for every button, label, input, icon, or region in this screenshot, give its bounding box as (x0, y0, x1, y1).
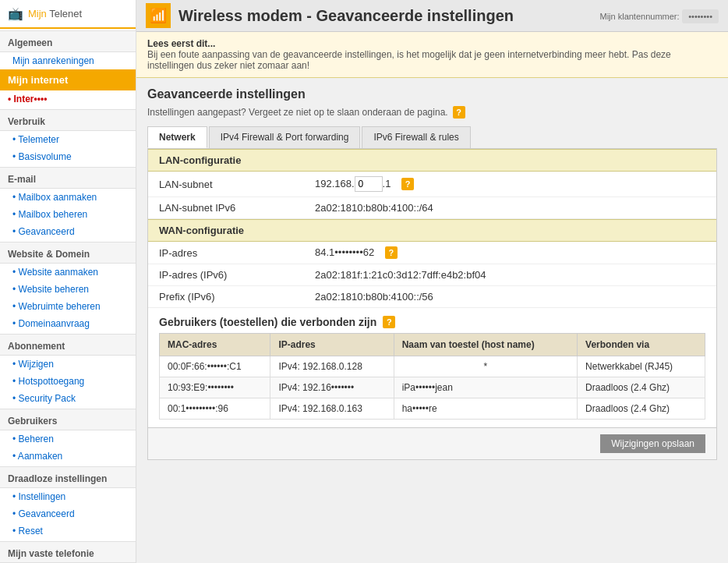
save-button[interactable]: Wijzigingen opslaan (600, 434, 705, 453)
wan-ipv6-value: 2a02:181f:1:21c0:3d12:7dff:e4b2:bf04 (304, 264, 716, 286)
lan-subnet-label: LAN-subnet (148, 172, 304, 197)
tab-netwerk[interactable]: Netwerk (147, 126, 207, 148)
save-bar: Wijzigingen opslaan (148, 427, 716, 459)
row1-mac: 00:0F:66:••••••:C1 (160, 356, 270, 377)
sidebar-item-hotspot[interactable]: • Hotspottoegang (0, 373, 136, 390)
top-bar: 📶 Wireless modem - Geavanceerde instelli… (136, 0, 728, 32)
row3-connected: Draadloos (2.4 Ghz) (578, 398, 705, 420)
sidebar-item-security-pack[interactable]: • Security Pack (0, 390, 136, 407)
logo-text: Mijn Telenet (28, 8, 82, 19)
users-help-icon[interactable]: ? (383, 316, 395, 328)
lan-subnet-ipv6-label: LAN-subnet IPv6 (148, 197, 304, 219)
sidebar-subsection-email: E-mail (0, 167, 136, 189)
wan-prefix-row: Prefix (IPv6) 2a02:1810:b80b:4100::/56 (148, 286, 716, 308)
sidebar-item-website-aanmaken[interactable]: • Website aanmaken (0, 264, 136, 281)
klant-number-value: •••••••• (682, 9, 719, 23)
wan-section-header: WAN-configuratie (148, 219, 716, 242)
sidebar-item-draadloos-instellingen[interactable]: • Instellingen (0, 488, 136, 505)
advanced-title: Geavanceerde instellingen (147, 87, 717, 101)
row3-name: ha•••••re (394, 398, 577, 420)
wan-ip-value: 84.1••••••••62 ? (304, 242, 716, 264)
sidebar-logo[interactable]: 📺 Mijn Telenet (0, 0, 136, 29)
sidebar-item-domeinaanvraag[interactable]: • Domeinaanvraag (0, 315, 136, 332)
row1-name: * (394, 356, 577, 377)
sidebar-item-internet[interactable]: • Inter•••• (0, 90, 136, 108)
sidebar-item-wijzigen[interactable]: • Wijzigen (0, 356, 136, 373)
col-connected: Verbonden via (578, 334, 705, 356)
row1-connected: Netwerkkabel (RJ45) (578, 356, 705, 377)
lan-subnet-value: 192.168..1 ? (304, 172, 716, 197)
table-row: 00:1•••••••••:96 IPv4: 192.168.0.163 ha•… (160, 398, 705, 420)
users-table: MAC-adres IP-adres Naam van toestel (hos… (159, 333, 705, 420)
tab-ipv4-firewall[interactable]: IPv4 Firewall & Port forwarding (209, 126, 361, 148)
row3-mac: 00:1•••••••••:96 (160, 398, 270, 420)
wan-prefix-value: 2a02:1810:b80b:4100::/56 (304, 286, 716, 308)
wan-prefix-label: Prefix (IPv6) (148, 286, 304, 308)
sidebar: 📺 Mijn Telenet Algemeen Mijn aanrekening… (0, 0, 136, 563)
mijn-icon: 📺 (8, 6, 23, 21)
modem-icon: 📶 (150, 7, 167, 24)
page-icon: 📶 (146, 3, 171, 28)
row2-connected: Draadloos (2.4 Ghz) (578, 377, 705, 398)
lan-subnet-input[interactable] (355, 176, 383, 192)
content-panel: LAN-configuratie LAN-subnet 192.168..1 ?… (147, 148, 717, 460)
lan-subnet-row: LAN-subnet 192.168..1 ? (148, 172, 716, 197)
sidebar-section-telefonie: Mijn vaste telefonie (0, 541, 136, 563)
page-title: Wireless modem - Geavanceerde instelling… (178, 7, 514, 25)
sidebar-item-email-geavanceerd[interactable]: • Geavanceerd (0, 223, 136, 240)
sidebar-item-aanrekeningen[interactable]: Mijn aanrekeningen (0, 52, 136, 69)
tab-ipv6-firewall[interactable]: IPv6 Firewall & rules (362, 126, 470, 148)
sidebar-section-algemeen: Algemeen (0, 30, 136, 52)
main-content: 📶 Wireless modem - Geavanceerde instelli… (136, 0, 728, 563)
sidebar-item-telemeter[interactable]: • Telemeter (0, 131, 136, 148)
lan-subnet-ipv6-row: LAN-subnet IPv6 2a02:1810:b80b:4100::/64 (148, 197, 716, 219)
sidebar-item-mailbox-aanmaken[interactable]: • Mailbox aanmaken (0, 189, 136, 206)
klant-number-area: Mijn klantennummer: •••••••• (599, 10, 719, 22)
sidebar-item-basisvolume[interactable]: • Basisvolume (0, 148, 136, 165)
sidebar-subsection-abonnement: Abonnement (0, 334, 136, 356)
advanced-container: Geavanceerde instellingen Instellingen a… (136, 78, 728, 469)
row2-ip: IPv4: 192.16••••••• (270, 377, 394, 398)
sidebar-subsection-draadloos: Draadloze instellingen (0, 466, 136, 488)
wan-ip-help-icon[interactable]: ? (385, 246, 398, 259)
settings-note: Instellingen aangepast? Vergeet ze niet … (147, 106, 717, 119)
row2-mac: 10:93:E9:•••••••• (160, 377, 270, 398)
sidebar-item-webruimte-beheren[interactable]: • Webruimte beheren (0, 298, 136, 315)
col-name: Naam van toestel (host name) (394, 334, 577, 356)
users-title: Gebruikers (toestellen) die verbonden zi… (159, 316, 376, 328)
sidebar-item-website-beheren[interactable]: • Website beheren (0, 281, 136, 298)
row2-name: iPa••••••jean (394, 377, 577, 398)
sidebar-item-draadloos-geavanceerd[interactable]: • Geavanceerd (0, 505, 136, 522)
wan-ip-row: IP-adres 84.1••••••••62 ? (148, 242, 716, 264)
sidebar-subsection-verbruik: Verbruik (0, 109, 136, 131)
users-table-head: MAC-adres IP-adres Naam van toestel (hos… (160, 334, 705, 356)
row3-ip: IPv4: 192.168.0.163 (270, 398, 394, 420)
wan-ipv6-row: IP-adres (IPv6) 2a02:181f:1:21c0:3d12:7d… (148, 264, 716, 286)
table-row: 10:93:E9:•••••••• IPv4: 192.16••••••• iP… (160, 377, 705, 398)
row1-ip: IPv4: 192.168.0.128 (270, 356, 394, 377)
settings-note-help-icon[interactable]: ? (453, 106, 465, 119)
col-ip: IP-adres (270, 334, 394, 356)
sidebar-item-mailbox-beheren[interactable]: • Mailbox beheren (0, 206, 136, 223)
sidebar-item-beheren[interactable]: • Beheren (0, 430, 136, 448)
klant-label: Mijn klantennummer: (599, 12, 679, 21)
table-row: 00:0F:66:••••••:C1 IPv4: 192.168.0.128 *… (160, 356, 705, 377)
sidebar-section-internet[interactable]: Mijn internet (0, 69, 136, 90)
users-table-body: 00:0F:66:••••••:C1 IPv4: 192.168.0.128 *… (160, 356, 705, 420)
lan-section-header: LAN-configuratie (148, 149, 716, 172)
col-mac: MAC-adres (160, 334, 270, 356)
warning-title: Lees eerst dit... (147, 38, 215, 49)
wan-ipv6-label: IP-adres (IPv6) (148, 264, 304, 286)
sidebar-item-reset[interactable]: • Reset (0, 522, 136, 540)
wan-ip-label: IP-adres (148, 242, 304, 264)
warning-text: Bij een foute aanpassing van de geavance… (147, 49, 671, 71)
users-section-header: Gebruikers (toestellen) die verbonden zi… (148, 308, 716, 333)
sidebar-item-aanmaken[interactable]: • Aanmaken (0, 448, 136, 465)
tabs-bar: Netwerk IPv4 Firewall & Port forwarding … (147, 126, 717, 148)
page-title-area: 📶 Wireless modem - Geavanceerde instelli… (146, 3, 514, 28)
sidebar-subsection-website: Website & Domein (0, 242, 136, 264)
lan-subnet-ipv6-value: 2a02:1810:b80b:4100::/64 (304, 197, 716, 219)
lan-config-table: LAN-subnet 192.168..1 ? LAN-subnet IPv6 … (148, 172, 716, 219)
wan-config-table: IP-adres 84.1••••••••62 ? IP-adres (IPv6… (148, 242, 716, 308)
lan-subnet-help-icon[interactable]: ? (401, 178, 414, 190)
